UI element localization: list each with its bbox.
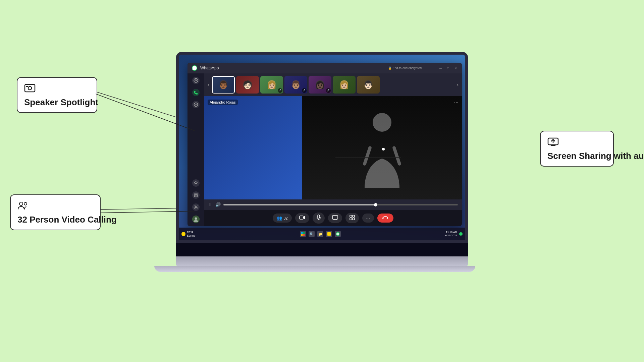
participant-thumb-6[interactable]: 👩🏼 bbox=[333, 76, 356, 94]
svg-rect-15 bbox=[194, 194, 198, 194]
participant-thumb-2[interactable]: 🧑🏻 bbox=[236, 76, 259, 94]
mic-icon bbox=[317, 215, 321, 222]
taskbar-date-display: 6/13/2024 bbox=[445, 234, 457, 237]
svg-point-13 bbox=[196, 79, 197, 80]
speaker-label: Alejandro Rojas bbox=[208, 100, 238, 105]
screen-share-dot bbox=[382, 148, 385, 150]
more-options-btn[interactable]: ··· bbox=[362, 214, 374, 223]
close-button[interactable]: ✕ bbox=[453, 66, 458, 70]
wa-titlebar-logo-icon bbox=[192, 65, 198, 71]
svg-rect-22 bbox=[318, 215, 320, 218]
svg-rect-35 bbox=[327, 232, 331, 236]
mute-button[interactable] bbox=[313, 213, 325, 224]
main-video-area: Alejandro Rojas ··· bbox=[204, 96, 462, 199]
svg-rect-3 bbox=[26, 86, 28, 87]
minimize-button[interactable]: — bbox=[438, 66, 443, 70]
progress-track[interactable] bbox=[223, 204, 458, 205]
participants-icon: 👥 bbox=[277, 216, 282, 221]
speaker-spotlight-icon bbox=[24, 82, 36, 94]
svg-rect-32 bbox=[303, 232, 305, 234]
screen-share-icon bbox=[547, 136, 559, 147]
laptop-base-area bbox=[176, 243, 468, 272]
participant-thumb-5[interactable]: 👩🏿 🎤 bbox=[309, 76, 331, 94]
sidebar-icon-settings[interactable] bbox=[192, 203, 200, 211]
wa-encryption-label: 🔒 End-to-end encrypted bbox=[388, 66, 422, 70]
windows-taskbar: 78°F Sunny 🔍 📁 bbox=[179, 228, 465, 240]
sidebar-icon-status[interactable] bbox=[192, 101, 200, 108]
sidebar-icon-chat[interactable] bbox=[192, 77, 200, 84]
taskbar-datetime: 11:10 AM 6/13/2024 bbox=[445, 231, 457, 238]
media-bar: ⏸ 🔊 bbox=[204, 199, 462, 210]
svg-point-4 bbox=[19, 202, 23, 205]
taskbar-right: 11:10 AM 6/13/2024 bbox=[445, 231, 463, 238]
laptop-palm-rest bbox=[176, 256, 468, 266]
svg-rect-29 bbox=[382, 217, 384, 219]
grid-button[interactable] bbox=[345, 213, 359, 223]
svg-rect-33 bbox=[301, 234, 303, 236]
call-controls-bar: 👥 32 bbox=[204, 210, 462, 226]
sidebar-icon-archive[interactable] bbox=[192, 191, 200, 199]
wa-main-content: ‹ 👨🏾 🧑🏻 bbox=[204, 73, 462, 226]
screen-sharing-annotation: Screen Sharing with audio bbox=[540, 131, 614, 167]
svg-rect-25 bbox=[350, 215, 352, 217]
taskbar-time-display: 11:10 AM bbox=[445, 231, 457, 234]
video-button[interactable] bbox=[295, 213, 309, 223]
participant-thumb-7[interactable]: 👨🏻 bbox=[357, 76, 380, 94]
taskbar-weather: 78°F Sunny bbox=[181, 231, 196, 237]
svg-rect-31 bbox=[301, 232, 303, 234]
taskbar-notification-dot bbox=[459, 232, 463, 236]
participant-thumb-4[interactable]: 👨🏽 🎤 bbox=[284, 76, 307, 94]
maximize-button[interactable]: □ bbox=[446, 66, 450, 70]
taskbar-start-icon[interactable] bbox=[300, 231, 306, 237]
laptop: WhatsApp 🔒 End-to-end encrypted — □ ✕ bbox=[176, 52, 468, 272]
participant-thumb-3[interactable]: 👩🏼 🎤 bbox=[260, 76, 283, 94]
windows-desktop: WhatsApp 🔒 End-to-end encrypted — □ ✕ bbox=[179, 55, 465, 240]
svg-point-19 bbox=[195, 218, 197, 220]
progress-thumb[interactable] bbox=[374, 203, 377, 206]
sidebar-icon-starred[interactable] bbox=[192, 179, 200, 187]
svg-rect-1 bbox=[25, 84, 35, 92]
window-controls[interactable]: — □ ✕ bbox=[438, 66, 458, 70]
taskbar-weather-desc: Sunny bbox=[187, 234, 196, 237]
participant-strip: ‹ 👨🏾 🧑🏻 bbox=[204, 73, 462, 96]
wa-sidebar bbox=[187, 73, 204, 226]
taskbar-explorer-icon[interactable] bbox=[326, 231, 332, 237]
strip-prev-button[interactable]: ‹ bbox=[206, 81, 211, 88]
svg-rect-28 bbox=[353, 218, 355, 220]
whatsapp-window: WhatsApp 🔒 End-to-end encrypted — □ ✕ bbox=[187, 63, 462, 226]
end-call-icon bbox=[382, 216, 389, 221]
more-icon: ··· bbox=[366, 216, 370, 221]
screen-icon bbox=[332, 215, 338, 221]
taskbar-whatsapp-icon[interactable] bbox=[335, 231, 341, 237]
weather-sun-icon bbox=[181, 232, 185, 236]
sidebar-icon-calls[interactable] bbox=[192, 89, 200, 96]
svg-rect-34 bbox=[303, 234, 305, 236]
taskbar-files-icon[interactable]: 📁 bbox=[317, 231, 323, 237]
pause-button[interactable]: ⏸ bbox=[208, 202, 213, 207]
laptop-chin bbox=[176, 243, 468, 256]
svg-point-17 bbox=[195, 206, 197, 208]
grid-icon bbox=[350, 215, 355, 221]
strip-next-button[interactable]: › bbox=[455, 81, 460, 88]
participants-button[interactable]: 👥 32 bbox=[273, 214, 291, 223]
svg-point-20 bbox=[373, 113, 391, 132]
svg-rect-21 bbox=[300, 216, 303, 219]
screen-share-button[interactable] bbox=[328, 213, 342, 223]
svg-rect-26 bbox=[353, 215, 355, 217]
more-options-button[interactable]: ··· bbox=[454, 100, 459, 106]
wa-titlebar: WhatsApp 🔒 End-to-end encrypted — □ ✕ bbox=[187, 63, 462, 73]
presenter-video bbox=[302, 96, 462, 199]
laptop-foot bbox=[154, 266, 475, 272]
end-call-button[interactable] bbox=[377, 214, 393, 223]
svg-point-2 bbox=[28, 86, 32, 90]
participant-thumb-1[interactable]: 👨🏾 bbox=[212, 76, 235, 94]
speaker-spotlight-annotation: Speaker Spotlight bbox=[17, 77, 97, 113]
wa-body: ‹ 👨🏾 🧑🏻 bbox=[187, 73, 462, 226]
taskbar-temp: 78°F bbox=[187, 231, 196, 234]
volume-button[interactable]: 🔊 bbox=[215, 202, 221, 207]
participants-count: 32 bbox=[283, 216, 287, 220]
taskbar-center: 🔍 📁 bbox=[198, 231, 443, 237]
video-icon bbox=[299, 215, 305, 221]
taskbar-search-icon[interactable]: 🔍 bbox=[309, 231, 315, 237]
sidebar-icon-avatar[interactable] bbox=[192, 216, 200, 223]
